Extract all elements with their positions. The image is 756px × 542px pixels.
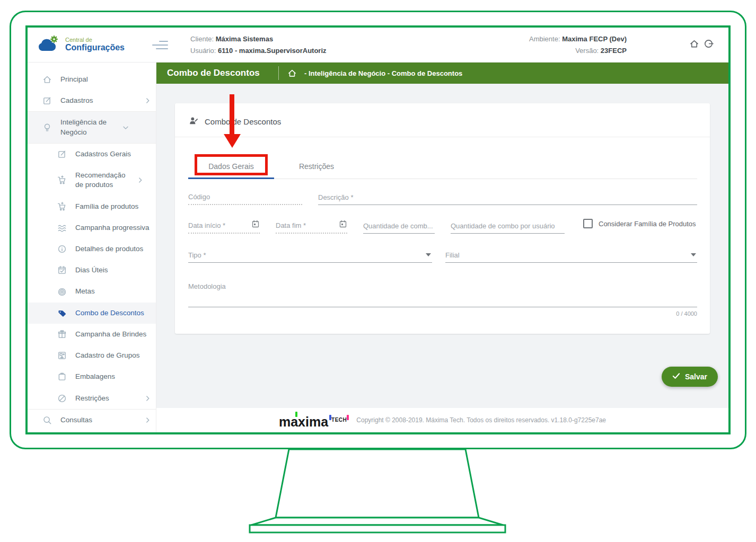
chevron-right-icon <box>144 395 152 402</box>
copyright-text: Copyright © 2008-2019. Máxima Tech. Todo… <box>356 416 606 424</box>
sidebar-item-embalagens[interactable]: Embalagens <box>28 366 156 387</box>
codigo-field: Código <box>188 187 302 205</box>
calendar-check-icon <box>57 265 67 275</box>
maxima-logo-text: maxima <box>279 416 328 427</box>
sidebar-item-cadastros[interactable]: Cadastros <box>28 90 156 111</box>
tipo-placeholder: Tipo * <box>188 251 206 259</box>
app-header: Central de Configurações Cliente: Máxima… <box>28 28 728 63</box>
calendar-icon[interactable] <box>251 220 260 228</box>
sidebar-item-cadastro-de-grupos[interactable]: Cadastro de Grupos <box>28 345 156 366</box>
sidebar-item-label: Inteligência de Negócio <box>60 118 120 137</box>
info-icon <box>57 244 67 254</box>
considerar-familia-label: Considerar Família de Produtos <box>599 220 696 228</box>
sidebar-item-principal[interactable]: Principal <box>28 69 156 90</box>
main-panel: Combo de Descontos - Inteligência de Neg… <box>156 63 728 432</box>
save-button-label: Salvar <box>685 372 707 381</box>
groups-icon <box>57 351 67 360</box>
data-fim-placeholder: Data fim * <box>276 221 306 229</box>
dropdown-arrow-icon <box>426 253 431 256</box>
chevron-right-icon <box>144 416 152 424</box>
sidebar-item-metas[interactable]: Metas <box>28 281 156 302</box>
sidebar: PrincipalCadastrosInteligência de Negóci… <box>28 63 156 432</box>
sidebar-item-campanha-de-brindes[interactable]: Campanha de Brindes <box>28 324 156 345</box>
sidebar-item-inteligencia-de-negocio[interactable]: Inteligência de Negócio <box>28 111 156 143</box>
client-user-info: Cliente: Máxima Sistemas Usuário: 6110 -… <box>190 35 327 55</box>
logo-line2: Configurações <box>65 43 125 52</box>
sidebar-item-label: Dias Úteis <box>75 265 152 275</box>
sidebar-item-familia-de-produtos[interactable]: Família de produtos <box>28 196 156 217</box>
target-icon <box>57 287 67 297</box>
sidebar-item-label: Restrições <box>75 394 142 403</box>
home-icon[interactable] <box>689 39 699 51</box>
sidebar-item-dias-uteis[interactable]: Dias Úteis <box>28 260 156 281</box>
dropdown-arrow-icon <box>691 253 696 256</box>
monitor-frame: Central de Configurações Cliente: Máxima… <box>10 11 746 449</box>
client-value: Máxima Sistemas <box>216 35 273 43</box>
search-icon <box>42 415 52 425</box>
sidebar-item-campanha-progressiva[interactable]: Campanha progressiva <box>28 217 156 238</box>
sidebar-item-label: Campanha progressiva <box>75 223 152 233</box>
gear <box>50 35 58 43</box>
metodologia-placeholder: Metodologia <box>188 282 226 290</box>
considerar-familia-checkbox[interactable] <box>583 219 593 228</box>
data-fim-field[interactable]: Data fim * <box>276 216 347 234</box>
sidebar-item-label: Combo de Descontos <box>75 308 152 318</box>
tab-dados-gerais[interactable]: Dados Gerais <box>188 155 274 177</box>
breadcrumb-home-icon[interactable] <box>287 68 297 78</box>
sidebar-item-label: Cadastro de Grupos <box>75 351 152 360</box>
maxima-tech-logo: maxima TECH <box>279 413 349 427</box>
filial-placeholder: Filial <box>445 251 460 259</box>
version-label: Versão: <box>575 47 599 55</box>
environment-version-info: Ambiente: Maxima FECP (Dev) Versão: 23FE… <box>529 35 627 55</box>
cart-plus-icon <box>57 202 67 211</box>
calendar-icon[interactable] <box>339 220 347 228</box>
sidebar-item-consultas[interactable]: Consultas <box>28 410 156 431</box>
metodologia-field[interactable] <box>188 307 697 307</box>
edit-icon <box>57 149 67 159</box>
breadcrumb: - Inteligência de Negócio - Combo de Des… <box>304 69 462 77</box>
page-titlebar: Combo de Descontos - Inteligência de Neg… <box>156 63 728 84</box>
chevron-right-icon <box>144 97 152 104</box>
quantidade-combo-usuario-field[interactable]: Quantidade de combo por usuário <box>451 216 565 234</box>
environment-label: Ambiente: <box>529 35 560 43</box>
card-title: Combo de Descontos <box>205 117 281 126</box>
sidebar-item-label: Família de produtos <box>75 202 152 211</box>
user-value: 6110 - maxima.SupervisorAutoriz <box>218 47 326 55</box>
chevron-down-icon <box>122 124 129 131</box>
save-button[interactable]: Salvar <box>662 367 718 387</box>
sidebar-item-combo-de-descontos[interactable]: Combo de Descontos <box>28 303 156 324</box>
filial-select[interactable]: Filial <box>445 245 697 263</box>
quantidade-combo-usuario-placeholder: Quantidade de combo por usuário <box>451 222 555 230</box>
sidebar-item-detalhes-de-produtos[interactable]: Detalhes de produtos <box>28 238 156 260</box>
app-window: Central de Configurações Cliente: Máxima… <box>28 28 728 432</box>
waves-icon <box>57 223 67 233</box>
gift-icon <box>57 330 67 339</box>
app-logo[interactable]: Central de Configurações <box>34 34 125 56</box>
data-inicio-field[interactable]: Data início * <box>188 216 260 234</box>
tipo-select[interactable]: Tipo * <box>188 245 432 263</box>
sidebar-item-label: Metas <box>75 287 152 296</box>
sidebar-item-restricoes[interactable]: Restrições <box>28 388 156 410</box>
quantidade-combo-placeholder: Quantidade de comb... <box>363 222 433 230</box>
cloud-gear-logo-icon <box>34 34 61 56</box>
logout-icon[interactable] <box>704 39 714 51</box>
package-icon <box>57 372 67 381</box>
client-label: Cliente: <box>190 35 214 43</box>
sidebar-item-cadastros-gerais[interactable]: Cadastros Gerais <box>28 144 156 165</box>
tab-restricoes[interactable]: Restrições <box>274 155 359 177</box>
app-footer: maxima TECH Copyright © 2008-2019. Máxim… <box>156 408 728 432</box>
sidebar-item-label: Consultas <box>60 415 142 425</box>
sidebar-item-recomendacao-de-produtos[interactable]: Recomendação de produtos <box>28 165 156 196</box>
card-divider <box>175 137 710 137</box>
sidebar-item-label: Detalhes de produtos <box>75 244 152 254</box>
descricao-field[interactable]: Descrição * <box>318 187 697 205</box>
chevron-right-icon <box>137 176 144 184</box>
maxima-logo-sub: TECH <box>331 417 347 423</box>
active-tab-underline <box>188 177 274 179</box>
block-icon <box>57 394 67 403</box>
metodologia-char-counter: 0 / 4000 <box>676 310 697 317</box>
sidebar-item-label: Recomendação de produtos <box>75 171 135 190</box>
cart-plus-icon <box>57 175 67 185</box>
quantidade-combo-field[interactable]: Quantidade de comb... <box>363 216 435 234</box>
menu-toggle-hamburger-icon[interactable] <box>152 39 168 51</box>
